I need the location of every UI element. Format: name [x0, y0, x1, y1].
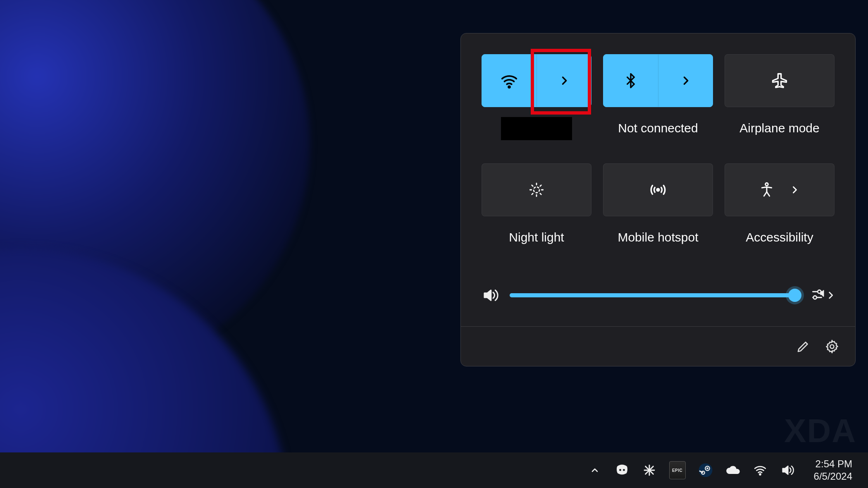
airplane-icon — [770, 72, 789, 90]
bluetooth-icon — [622, 72, 639, 89]
epic-games-tray-icon[interactable]: EPIC — [669, 461, 686, 479]
svg-point-11 — [765, 183, 768, 186]
tray-overflow-button[interactable] — [587, 463, 602, 478]
audio-output-button[interactable] — [811, 287, 835, 304]
wifi-tile[interactable] — [482, 54, 591, 107]
chevron-right-icon — [558, 75, 570, 86]
bluetooth-expand-button[interactable] — [658, 55, 713, 107]
bluetooth-toggle-button[interactable] — [603, 55, 658, 107]
quick-settings-footer — [461, 326, 855, 366]
nightlight-tile-group: Night light — [482, 163, 591, 268]
night-light-tile[interactable] — [482, 163, 591, 216]
svg-line-7 — [540, 194, 541, 195]
night-light-icon — [528, 181, 545, 199]
bluetooth-label: Not connected — [618, 121, 698, 136]
svg-point-16 — [830, 344, 834, 348]
volume-row — [482, 287, 835, 304]
clock-time: 2:54 PM — [814, 458, 852, 470]
steam-tray-icon[interactable] — [698, 463, 713, 478]
accessibility-label: Accessibility — [746, 230, 813, 245]
hotspot-tile-group: Mobile hotspot — [603, 163, 713, 268]
airplane-label: Airplane mode — [739, 121, 819, 136]
chevron-right-icon — [680, 75, 692, 86]
svg-line-8 — [532, 194, 533, 195]
svg-point-0 — [508, 86, 510, 88]
volume-tray-icon[interactable] — [780, 463, 795, 478]
chevron-right-icon — [789, 184, 801, 196]
wifi-icon — [500, 71, 519, 90]
svg-line-9 — [540, 185, 541, 187]
edit-button[interactable] — [796, 339, 811, 354]
svg-point-1 — [534, 187, 539, 193]
svg-point-23 — [706, 467, 708, 469]
taskbar: EPIC 2:54 PM 6/5/2024 — [0, 452, 868, 488]
bluetooth-tile[interactable] — [603, 54, 713, 107]
accessibility-tile[interactable] — [725, 163, 835, 216]
hotspot-label: Mobile hotspot — [618, 230, 698, 245]
wifi-network-name-redacted — [501, 117, 572, 140]
quick-settings-panel: Not connected Airplane mode — [460, 33, 856, 366]
hotspot-icon — [649, 180, 668, 199]
svg-point-10 — [657, 189, 659, 191]
settings-button[interactable] — [825, 339, 839, 354]
accessibility-icon — [758, 182, 775, 198]
wifi-tile-group — [482, 54, 591, 163]
airplane-mode-tile[interactable] — [725, 54, 835, 107]
slack-tray-icon[interactable] — [642, 463, 657, 478]
wifi-expand-button[interactable] — [537, 55, 591, 107]
airplane-tile-group: Airplane mode — [725, 54, 835, 163]
volume-slider[interactable] — [510, 293, 801, 297]
system-tray: EPIC — [587, 461, 806, 479]
wifi-toggle-button[interactable] — [482, 55, 537, 107]
speaker-icon[interactable] — [482, 287, 499, 304]
onedrive-tray-icon[interactable] — [725, 463, 740, 478]
clock-date: 6/5/2024 — [814, 470, 852, 483]
bluetooth-tile-group: Not connected — [603, 54, 713, 163]
svg-point-15 — [813, 296, 817, 299]
mobile-hotspot-tile[interactable] — [603, 163, 713, 216]
svg-point-25 — [759, 474, 761, 475]
taskbar-clock[interactable]: 2:54 PM 6/5/2024 — [806, 458, 861, 483]
wifi-tray-icon[interactable] — [753, 463, 768, 478]
svg-line-6 — [532, 185, 533, 187]
nightlight-label: Night light — [509, 230, 564, 245]
quick-settings-tiles: Not connected Airplane mode — [482, 54, 835, 268]
accessibility-tile-group: Accessibility — [725, 163, 835, 268]
discord-tray-icon[interactable] — [615, 463, 630, 478]
